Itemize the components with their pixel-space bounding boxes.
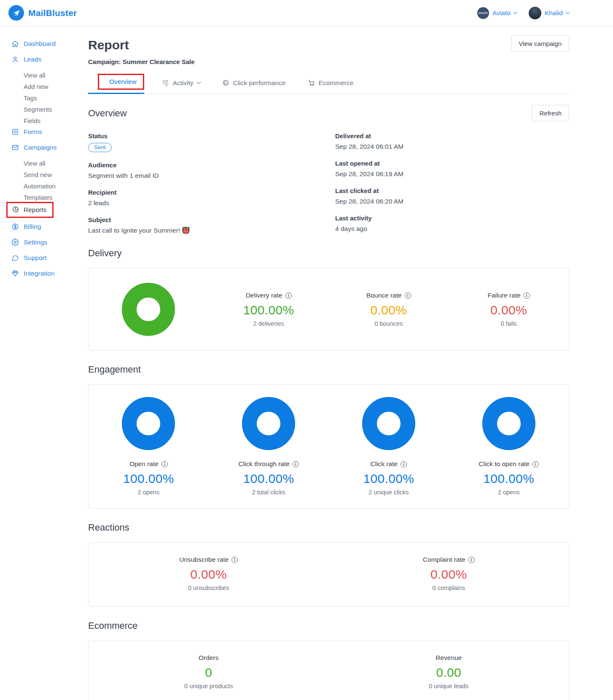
status-badge: Sent: [88, 143, 112, 152]
brand-logo[interactable]: MailBluster: [8, 5, 77, 21]
account-switcher[interactable]: AVIATO Aviato: [477, 7, 517, 19]
sidebar-item-forms[interactable]: Forms: [11, 128, 82, 136]
gear-icon: [11, 239, 19, 246]
tab-activity[interactable]: Activity: [162, 72, 200, 94]
gem-icon: [11, 270, 19, 277]
click-to-open-rate-donut-chart: [482, 397, 535, 450]
last-activity-field: Last activity 4 days ago: [335, 215, 569, 233]
info-icon[interactable]: [285, 292, 292, 299]
sidebar: Dashboard Leads View all Add new Tags Se…: [0, 26, 82, 302]
info-icon[interactable]: [401, 461, 407, 467]
sidebar-item-templates[interactable]: Templates: [24, 193, 82, 201]
sidebar-item-integration[interactable]: Integration: [11, 269, 82, 278]
sidebar-item-leads-view-all[interactable]: View all: [24, 71, 82, 79]
engagement-card: Open rate 100.00% 2 opens Click through …: [88, 384, 569, 509]
sidebar-item-settings[interactable]: Settings: [11, 238, 82, 247]
dollar-circle-icon: [11, 223, 19, 231]
open-rate-metric: Open rate 100.00% 2 opens: [89, 397, 209, 496]
account-avatar: AVIATO: [477, 7, 489, 19]
sidebar-item-label: Dashboard: [24, 40, 56, 48]
reports-annotation-box: Reports: [6, 202, 54, 218]
sidebar-item-support[interactable]: Support: [11, 254, 82, 262]
click-rate-donut-chart: [362, 397, 415, 450]
sidebar-item-leads-add-new[interactable]: Add new: [24, 82, 82, 91]
engagement-heading: Engagement: [88, 364, 569, 375]
tab-click-performance-label: Click performance: [233, 79, 286, 87]
home-icon: [11, 40, 19, 48]
user-avatar: [529, 7, 541, 19]
ecommerce-heading: Ecommerce: [88, 620, 569, 631]
revenue-metric: Revenue 0.00 0 unique leads: [329, 654, 569, 689]
bounce-rate-metric: Bounce rate 0.00% 0 bounces: [329, 292, 449, 327]
subject-field: Subject Last call to Ignite your Summer!…: [88, 216, 335, 234]
sidebar-item-leads[interactable]: Leads: [11, 55, 82, 64]
tab-ecommerce-label: Ecommerce: [319, 79, 354, 87]
orders-metric: Orders 0 0 unique products: [89, 654, 329, 689]
activity-list-icon: [162, 79, 169, 86]
click-to-open-rate-metric: Click to open rate 100.00% 2 opens: [449, 397, 569, 496]
status-field: Status Sent: [88, 132, 335, 152]
delivery-donut-chart: [122, 283, 175, 336]
sidebar-item-tags[interactable]: Tags: [24, 94, 82, 102]
overview-details: Status Sent Audience Segment with 1 emai…: [88, 132, 569, 234]
sidebar-item-send-new[interactable]: Send new: [24, 170, 82, 179]
sidebar-item-label: Billing: [24, 223, 41, 231]
sidebar-item-campaigns[interactable]: Campaigns: [11, 143, 82, 152]
overview-heading: Overview: [88, 108, 127, 119]
info-icon[interactable]: [293, 461, 299, 467]
complaint-rate-metric: Complaint rate 0.00% 0 complains: [329, 556, 569, 591]
top-navbar: MailBluster AVIATO Aviato Khalid: [0, 0, 613, 26]
delivery-rate-metric: Delivery rate 100.00% 2 deliveries: [209, 292, 329, 327]
tab-ecommerce[interactable]: Ecommerce: [308, 72, 354, 94]
mailbluster-logo-icon: [8, 5, 24, 21]
refresh-button[interactable]: Refresh: [532, 105, 569, 121]
audience-field: Audience Segment with 1 email ID: [88, 161, 335, 180]
chevron-down-icon: [513, 10, 517, 14]
brand-name: MailBluster: [28, 8, 77, 18]
sidebar-item-automation[interactable]: Automation: [24, 182, 82, 190]
page-title: Report: [88, 38, 195, 52]
report-tabs: Overview Activity Click performance Ecom…: [88, 72, 569, 94]
last-clicked-field: Last clicked at Sep 28, 2024 06:20 AM: [335, 187, 569, 205]
pie-chart-icon: [11, 206, 19, 214]
person-icon: [11, 56, 19, 63]
sidebar-item-label: Forms: [24, 128, 42, 136]
reactions-card: Unsubscribe rate 0.00% 0 unsubscribes Co…: [88, 542, 569, 607]
sidebar-item-label: Leads: [24, 56, 41, 63]
tab-overview-label: Overview: [109, 78, 137, 86]
overview-tab-underline: Overview: [88, 72, 144, 94]
failure-rate-metric: Failure rate 0.00% 0 fails: [449, 292, 569, 327]
sidebar-item-reports[interactable]: Reports: [11, 206, 46, 214]
sidebar-item-billing[interactable]: Billing: [11, 223, 82, 231]
info-icon[interactable]: [405, 292, 411, 299]
tab-click-performance[interactable]: Click performance: [222, 72, 286, 94]
sidebar-item-fields[interactable]: Fields: [24, 116, 82, 125]
click-rate-metric: Click rate 100.00% 2 unique clicks: [329, 397, 449, 496]
sidebar-item-label: Settings: [24, 239, 47, 246]
chat-bubble-icon: [11, 254, 19, 262]
sidebar-item-dashboard[interactable]: Dashboard: [11, 40, 82, 48]
info-icon[interactable]: [161, 461, 168, 467]
account-name: Aviato: [492, 9, 511, 17]
delivery-heading: Delivery: [88, 248, 569, 259]
info-icon[interactable]: [532, 461, 539, 467]
sidebar-item-label: Integration: [24, 270, 54, 277]
click-through-rate-donut-chart: [242, 397, 295, 450]
tab-overview[interactable]: Overview: [98, 74, 144, 90]
user-menu[interactable]: Khalid: [529, 7, 569, 19]
open-rate-donut-chart: [122, 397, 175, 450]
click-through-rate-metric: Click through rate 100.00% 2 total click…: [209, 397, 329, 496]
chevron-down-icon: [566, 10, 570, 14]
sidebar-item-campaigns-view-all[interactable]: View all: [24, 159, 82, 167]
sidebar-item-segments[interactable]: Segments: [24, 105, 82, 113]
delivered-at-field: Delivered at Sep 28, 2024 06:01 AM: [335, 132, 569, 150]
info-icon[interactable]: [468, 557, 475, 563]
campaign-subtitle: Campaign: Summer Clearance Sale: [88, 58, 195, 65]
sidebar-item-label: Campaigns: [24, 144, 56, 151]
envelope-icon: [11, 144, 19, 151]
recipient-field: Recipient 2 leads: [88, 189, 335, 207]
info-icon[interactable]: [231, 557, 238, 563]
info-icon[interactable]: [524, 292, 530, 299]
view-campaign-button[interactable]: View campaign: [511, 35, 569, 52]
chevron-down-icon: [196, 80, 201, 84]
